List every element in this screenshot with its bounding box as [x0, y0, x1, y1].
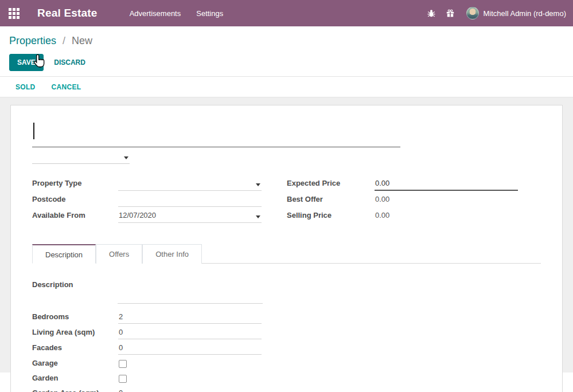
description-fields: Bedrooms 2 Living Area (sqm) 0 Facades 0	[32, 311, 541, 392]
field-label: Facades	[32, 342, 118, 352]
field-grid: Property Type Postcode Available From	[32, 177, 541, 225]
field-row-bedrooms: Bedrooms 2	[32, 311, 541, 326]
discard-button[interactable]: DISCARD	[54, 58, 85, 66]
field-label: Bedrooms	[32, 311, 118, 321]
tab-description[interactable]: Description	[32, 244, 96, 264]
field-row-garden: Garden	[32, 372, 541, 387]
field-label: Garage	[32, 357, 118, 367]
property-type-input[interactable]	[118, 178, 262, 191]
dropdown-caret-icon[interactable]	[124, 156, 128, 159]
form-statusbar: SOLD CANCEL	[0, 76, 573, 97]
breadcrumb-properties[interactable]: Properties	[9, 35, 56, 46]
field-row-expected-price: Expected Price 0.00	[287, 177, 518, 193]
field-row-selling-price: Selling Price 0.00	[287, 209, 518, 225]
field-label: Description	[32, 279, 118, 304]
tab-other-info[interactable]: Other Info	[142, 244, 202, 264]
field-row-best-offer: Best Offer 0.00	[287, 193, 518, 209]
available-from-input[interactable]: 12/07/2020	[118, 210, 262, 223]
garage-checkbox-cell	[118, 358, 262, 370]
facades-input[interactable]: 0	[118, 342, 262, 355]
field-label: Expected Price	[287, 177, 375, 187]
field-row-facades: Facades 0	[32, 342, 541, 357]
selling-price-value: 0.00	[375, 210, 518, 223]
field-label: Garden	[32, 372, 118, 382]
left-field-column: Property Type Postcode Available From	[32, 177, 262, 225]
field-row-living-area: Living Area (sqm) 0	[32, 326, 541, 342]
top-navbar: Real Estate Advertisements Settings Mitc…	[0, 0, 573, 26]
field-label: Garden Area (sqm)	[32, 387, 118, 392]
breadcrumb-current: New	[72, 35, 92, 46]
notebook-tabs: Description Offers Other Info	[32, 244, 541, 264]
navbar-right: Mitchell Admin (rd-demo)	[417, 7, 567, 19]
field-label: Best Offer	[287, 193, 375, 203]
menu-advertisements[interactable]: Advertisements	[130, 9, 181, 18]
best-offer-value: 0.00	[375, 194, 518, 207]
field-label: Available From	[32, 209, 118, 219]
postcode-input[interactable]	[118, 194, 262, 207]
breadcrumb: Properties / New	[0, 26, 573, 47]
bug-icon[interactable]	[427, 9, 436, 18]
field-row-property-type: Property Type	[32, 177, 262, 193]
description-textarea[interactable]	[118, 279, 263, 304]
control-panel-actions: SAVE DISCARD	[0, 47, 573, 76]
text-caret	[33, 123, 34, 139]
sold-button[interactable]: SOLD	[15, 83, 36, 91]
field-label: Living Area (sqm)	[32, 326, 118, 336]
field-label: Postcode	[32, 193, 118, 203]
app-brand[interactable]: Real Estate	[37, 7, 98, 19]
garden-checkbox-cell	[118, 373, 262, 385]
field-row-postcode: Postcode	[32, 193, 262, 209]
user-avatar[interactable]	[466, 7, 479, 19]
property-tags-input[interactable]	[32, 150, 130, 164]
field-row-garage: Garage	[32, 357, 541, 372]
garden-checkbox[interactable]	[119, 375, 127, 383]
cancel-button[interactable]: CANCEL	[52, 83, 81, 91]
tab-offers[interactable]: Offers	[96, 244, 142, 264]
right-field-column: Expected Price 0.00 Best Offer 0.00 Sell…	[287, 177, 518, 225]
apps-grid-icon[interactable]	[9, 8, 20, 19]
user-menu[interactable]: Mitchell Admin (rd-demo)	[484, 9, 567, 18]
field-row-garden-area: Garden Area (sqm) 0	[32, 387, 541, 392]
field-row-description: Description	[32, 279, 541, 304]
property-name-input[interactable]	[32, 121, 400, 147]
field-label: Selling Price	[287, 209, 375, 219]
field-label: Property Type	[32, 177, 118, 187]
dropdown-caret-icon[interactable]	[256, 183, 260, 186]
field-row-available-from: Available From 12/07/2020	[32, 209, 262, 225]
garden-area-input[interactable]: 0	[118, 387, 262, 392]
expected-price-input[interactable]: 0.00	[375, 178, 518, 191]
breadcrumb-separator: /	[63, 35, 65, 46]
garage-checkbox[interactable]	[119, 360, 127, 368]
save-button[interactable]: SAVE	[9, 54, 44, 71]
gift-icon[interactable]	[446, 9, 455, 18]
nav-menus: Advertisements Settings	[130, 9, 224, 18]
menu-settings[interactable]: Settings	[196, 9, 223, 18]
living-area-input[interactable]: 0	[118, 327, 262, 339]
form-sheet: Property Type Postcode Available From	[10, 105, 563, 392]
description-tab-content: Description Bedrooms 2 Living Area (sqm)…	[32, 264, 541, 392]
dropdown-caret-icon[interactable]	[256, 215, 260, 218]
form-view-background: Property Type Postcode Available From	[0, 97, 573, 373]
bedrooms-input[interactable]: 2	[118, 311, 262, 324]
